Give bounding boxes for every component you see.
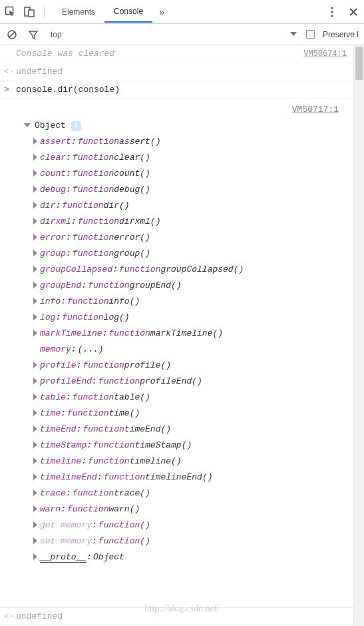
property-key: set memory: [40, 533, 92, 549]
result-value: undefined: [16, 65, 347, 79]
tab-console[interactable]: Console: [104, 1, 152, 23]
disclosure-right-icon: [33, 266, 37, 272]
object-property[interactable]: assert: function assert(): [33, 134, 347, 150]
object-property[interactable]: debug: function debug(): [33, 182, 347, 198]
property-value: error(): [114, 230, 150, 246]
result-arrow-icon: <·: [4, 65, 16, 79]
dir-source-link[interactable]: VM50717:1: [292, 105, 339, 115]
object-property[interactable]: info: function info(): [33, 294, 347, 310]
object-property[interactable]: profile: function profile(): [33, 358, 347, 374]
keyword-function: function: [88, 278, 129, 294]
object-property[interactable]: log: function log(): [33, 310, 347, 326]
info-badge-icon[interactable]: i: [71, 121, 81, 131]
property-key: profileEnd: [40, 374, 92, 390]
object-property[interactable]: table: function table(): [33, 390, 347, 406]
disclosure-right-icon: [33, 489, 37, 496]
cleared-source-link[interactable]: VM50674:1: [298, 47, 347, 61]
object-property[interactable]: timelineEnd: function timelineEnd(): [33, 470, 347, 485]
disclosure-down-icon: [24, 123, 31, 127]
property-value: Object: [93, 549, 124, 565]
console-output: Console was cleared VM50674:1 <· undefin…: [0, 45, 364, 626]
keyword-function: function: [73, 246, 114, 262]
object-property[interactable]: get memory: function (): [33, 517, 347, 533]
svg-line-7: [9, 32, 15, 37]
keyword-function: function: [98, 517, 140, 533]
object-property[interactable]: set memory: function (): [33, 533, 347, 549]
object-property[interactable]: groupCollapsed: function groupCollapsed(…: [33, 262, 347, 278]
property-key: memory: [40, 342, 71, 358]
device-toolbar-icon[interactable]: [23, 5, 36, 19]
object-property[interactable]: clear: function clear(): [33, 150, 347, 166]
object-property[interactable]: trace: function trace(): [33, 485, 347, 501]
property-key: __proto__: [40, 549, 87, 565]
keyword-function: function: [73, 230, 114, 246]
disclosure-right-icon: [33, 282, 37, 288]
preserve-log-checkbox[interactable]: [306, 30, 315, 39]
clear-console-icon[interactable]: [5, 28, 19, 41]
keyword-function: function: [62, 310, 103, 326]
property-value: timelineEnd(): [145, 470, 212, 485]
property-value: groupCollapsed(): [160, 262, 244, 278]
property-key: profile: [40, 358, 77, 374]
more-tabs-icon[interactable]: »: [155, 5, 168, 19]
scrollbar-thumb[interactable]: [355, 47, 363, 80]
object-property[interactable]: dirxml: function dirxml(): [33, 214, 347, 230]
property-key: count: [40, 166, 66, 182]
context-selector[interactable]: top: [48, 30, 282, 39]
object-property[interactable]: group: function group(): [33, 246, 347, 262]
property-key: time: [40, 406, 61, 422]
result-value: undefined: [16, 610, 348, 623]
console-cleared-message: Console was cleared VM50674:1: [0, 45, 352, 63]
object-property[interactable]: profileEnd: function profileEnd(): [33, 374, 347, 390]
object-label: Object: [35, 118, 66, 134]
object-property[interactable]: count: function count(): [33, 166, 347, 182]
disclosure-right-icon: [33, 330, 37, 336]
property-value: (...): [78, 342, 104, 358]
object-property[interactable]: time: function time(): [33, 406, 347, 422]
property-key: debug: [40, 182, 66, 198]
disclosure-right-icon: [33, 537, 37, 544]
filter-icon[interactable]: [27, 28, 40, 41]
result-arrow-icon: <·: [4, 610, 16, 623]
object-proto[interactable]: __proto__: Object: [33, 549, 347, 565]
object-property[interactable]: timeline: function timeline(): [33, 454, 347, 470]
object-property[interactable]: dir: function dir(): [33, 198, 347, 214]
property-value: trace(): [114, 485, 150, 501]
disclosure-right-icon: [33, 218, 37, 224]
tab-elements[interactable]: Elements: [53, 2, 104, 22]
keyword-function: function: [119, 262, 160, 278]
keyword-function: function: [83, 422, 124, 438]
disclosure-right-icon: [33, 202, 37, 208]
object-header[interactable]: Object i: [24, 118, 347, 134]
object-property[interactable]: timeStamp: function timeStamp(): [33, 438, 347, 454]
property-key: get memory: [40, 517, 92, 533]
keyword-function: function: [108, 326, 150, 342]
keyword-function: function: [78, 214, 119, 230]
property-value: (): [140, 533, 150, 549]
close-devtools-icon[interactable]: [347, 5, 360, 19]
vertical-scrollbar[interactable]: [353, 45, 364, 626]
object-property[interactable]: timeEnd: function timeEnd(): [33, 422, 347, 438]
disclosure-right-icon: [33, 553, 37, 560]
disclosure-right-icon: [33, 250, 37, 256]
keyword-function: function: [73, 166, 114, 182]
property-key: dirxml: [40, 214, 71, 230]
disclosure-right-icon: [33, 314, 37, 320]
object-property[interactable]: groupEnd: function groupEnd(): [33, 278, 347, 294]
disclosure-right-icon: [33, 298, 37, 304]
property-value: (): [140, 517, 150, 533]
object-property[interactable]: markTimeline: function markTimeline(): [33, 326, 347, 342]
context-dropdown-icon[interactable]: [290, 28, 298, 41]
property-value: markTimeline(): [150, 326, 223, 342]
kebab-menu-icon[interactable]: [325, 5, 339, 19]
svg-point-3: [331, 7, 333, 9]
object-property[interactable]: memory: (...): [33, 342, 347, 358]
property-value: count(): [114, 166, 150, 182]
property-key: error: [40, 230, 66, 246]
object-property[interactable]: warn: function warn(): [33, 501, 347, 517]
input-code: console.dir(console): [16, 83, 347, 97]
object-property[interactable]: error: function error(): [33, 230, 347, 246]
property-key: warn: [40, 501, 61, 517]
separator: [44, 5, 45, 19]
inspect-element-icon[interactable]: [4, 5, 17, 19]
